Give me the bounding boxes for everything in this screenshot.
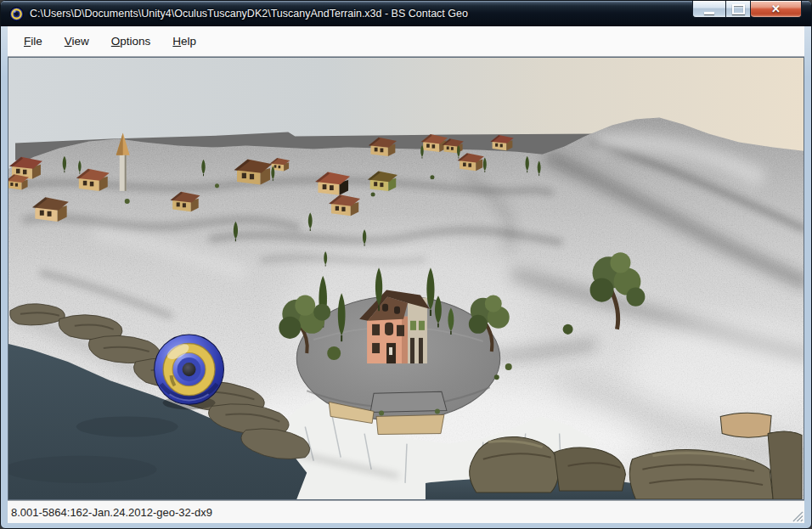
close-button[interactable]: ✕ xyxy=(751,1,802,18)
window-title: C:\Users\D\Documents\Unity4\OculusTuscan… xyxy=(30,8,468,20)
menu-bar: File View Options Help xyxy=(8,26,804,57)
menu-view[interactable]: View xyxy=(56,31,98,51)
menu-options[interactable]: Options xyxy=(103,31,160,51)
menu-help[interactable]: Help xyxy=(164,31,205,51)
maximize-icon xyxy=(732,4,745,14)
minimize-icon xyxy=(704,12,714,14)
menu-file[interactable]: File xyxy=(15,31,51,51)
bs-contact-bullseye-icon[interactable] xyxy=(9,7,24,21)
maximize-button[interactable] xyxy=(725,1,751,18)
title-bar[interactable]: C:\Users\D\Documents\Unity4\OculusTuscan… xyxy=(1,1,811,26)
close-icon: ✕ xyxy=(771,2,781,17)
status-text: 8.001-5864:162-Jan.24.2012-geo-32-dx9 xyxy=(8,506,212,519)
window-controls: ✕ xyxy=(692,1,802,18)
minimize-button[interactable] xyxy=(692,1,725,18)
status-bar: 8.001-5864:162-Jan.24.2012-geo-32-dx9 xyxy=(8,500,804,523)
3d-viewport[interactable] xyxy=(8,57,804,500)
resize-grip[interactable] xyxy=(791,509,804,522)
application-window: C:\Users\D\Documents\Unity4\OculusTuscan… xyxy=(0,0,812,529)
